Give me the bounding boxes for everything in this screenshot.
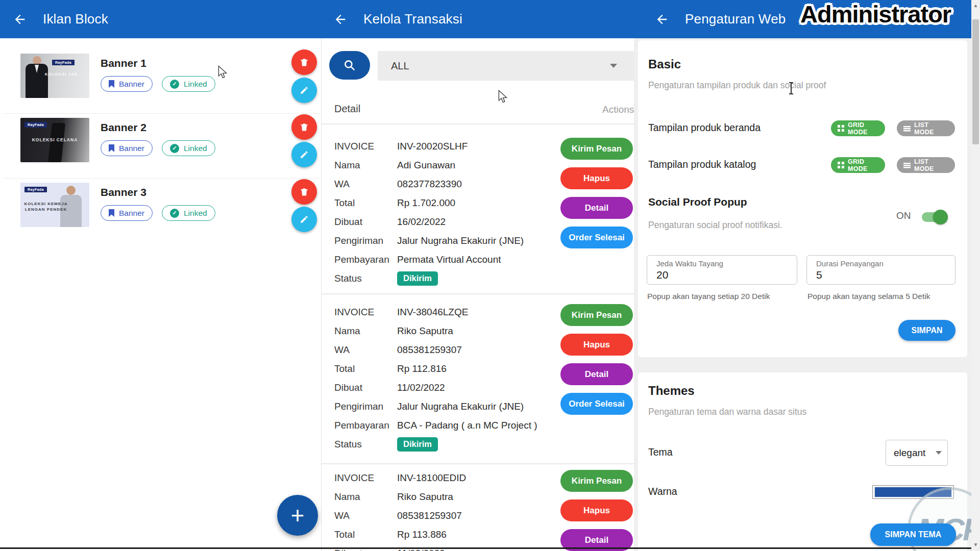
kirim-pesan-button[interactable]: Kirim Pesan (560, 470, 633, 492)
list-mode-button-katalog[interactable]: LIST MODE (897, 157, 955, 173)
toggle-knob (933, 210, 948, 224)
detail-column-header: Detail (334, 103, 360, 115)
transaction-detail-1: INVOICEINV-20020SLHF NamaAdi Gunawan WA0… (334, 137, 569, 288)
kirim-pesan-button[interactable]: Kirim Pesan (560, 138, 633, 160)
delete-banner-button[interactable] (291, 114, 317, 140)
tema-label: Tema (648, 446, 673, 458)
created-date: 11/02/2022 (397, 382, 445, 393)
chevron-down-icon (610, 64, 617, 68)
edit-banner-button[interactable] (291, 142, 317, 167)
linked-chip-label: Linked (184, 80, 207, 89)
list-mode-button-beranda[interactable]: LIST MODE (897, 120, 955, 136)
detail-button[interactable]: Detail (560, 363, 633, 385)
linked-chip: ✓ Linked (162, 140, 215, 156)
add-banner-fab[interactable]: + (277, 495, 318, 536)
order-selesai-button[interactable]: Order Selesai (560, 227, 633, 248)
jeda-waktu-help: Popup akan tayang setiap 20 Detik (647, 292, 770, 301)
grid-mode-button-beranda[interactable]: GRID MODE (831, 120, 885, 136)
scrollbar-thumb[interactable] (972, 19, 979, 144)
tampilan-beranda-label: Tampilan produk beranda (648, 122, 761, 134)
jeda-waktu-label: Jeda Waktu Tayang (656, 259, 723, 268)
banner-list-item: RayFada KOLEKSI KEMEJA LENGAN PENDEK Ban… (0, 183, 322, 244)
status-badge: Dikirim (397, 271, 438, 286)
scroll-up-arrow[interactable]: ▲ (971, 1, 980, 9)
simpan-tema-button[interactable]: SIMPAN TEMA (870, 523, 956, 546)
administrator-watermark: Administrator (800, 0, 951, 28)
table-divider (322, 123, 634, 124)
field-label: Total (334, 197, 397, 209)
field-label: Dibuat (334, 382, 397, 393)
themes-heading: Themes (648, 384, 695, 398)
field-label: Nama (334, 491, 397, 503)
banner-chip-label: Banner (119, 80, 144, 89)
pengaturan-web-title: Pengaturan Web (685, 11, 786, 27)
total-amount: Rp 1.702.000 (397, 197, 455, 209)
order-selesai-button[interactable]: Order Selesai (560, 393, 633, 415)
linked-chip-label: Linked (184, 144, 207, 153)
tampilan-katalog-label: Tampilan produk katalog (648, 159, 756, 170)
transaction-actions-3: Kirim Pesan Hapus Detail (560, 470, 633, 551)
durasi-input[interactable]: Durasi Penayangan 5 (806, 255, 955, 285)
status-badge: Dikirim (397, 437, 438, 452)
hapus-button[interactable]: Hapus (560, 334, 633, 356)
field-label: Nama (334, 325, 397, 337)
detail-button[interactable]: Detail (560, 197, 633, 219)
field-label: Pengiriman (334, 401, 397, 412)
social-proof-heading: Social Proof Popup (648, 196, 747, 208)
field-label: INVOICE (334, 141, 397, 152)
back-arrow-icon[interactable] (653, 11, 671, 28)
edit-banner-button[interactable] (291, 207, 317, 232)
pencil-icon (300, 86, 309, 95)
social-proof-toggle[interactable] (922, 212, 945, 222)
banner-type-chip: Banner (101, 140, 153, 156)
edit-banner-button[interactable] (291, 78, 317, 103)
hapus-button[interactable]: Hapus (560, 499, 633, 521)
banner-title: Banner 1 (101, 57, 146, 69)
row-divider (322, 463, 634, 464)
list-icon (903, 126, 911, 132)
transaction-detail-3: INVOICEINV-18100EDID NamaRiko Saputra WA… (334, 468, 569, 551)
banner-type-chip: Banner (101, 205, 153, 221)
banner-caption: KOLEKSI KEMEJA LENGAN PENDEK (22, 201, 69, 212)
tema-select[interactable]: elegant (886, 440, 948, 466)
transaction-filter-select[interactable]: ALL (378, 51, 634, 81)
kirim-pesan-button[interactable]: Kirim Pesan (560, 304, 633, 326)
brand-tag: RayFada (24, 122, 47, 128)
page-scrollbar[interactable]: ▲ ▼ (971, 0, 980, 551)
iklan-block-title: Iklan Block (43, 11, 108, 27)
delete-banner-button[interactable] (291, 49, 317, 75)
list-mode-label: LIST MODE (914, 158, 948, 172)
field-label: INVOICE (334, 307, 397, 318)
jeda-waktu-input[interactable]: Jeda Waktu Tayang 20 (647, 255, 797, 285)
banner-list-item: RayFada KOLEKSI JAS Banner 1 Banner ✓ Li… (0, 54, 322, 115)
trash-icon (299, 187, 309, 197)
check-circle-icon: ✓ (170, 209, 179, 218)
shipping-method: Jalur Nugraha Ekakurir (JNE) (397, 235, 524, 246)
durasi-label: Durasi Penayangan (816, 259, 884, 268)
row-divider (322, 293, 634, 294)
field-label: Status (334, 273, 397, 284)
banner-3-thumbnail: RayFada KOLEKSI KEMEJA LENGAN PENDEK (20, 183, 89, 227)
basic-settings-card: Basic Pengaturan tampilan produk dan soc… (638, 40, 967, 357)
search-button[interactable] (329, 51, 370, 80)
kelola-transaksi-panel: ALL Detail Actions INVOICEINV-20020SLHF … (322, 0, 634, 551)
grid-icon (838, 125, 844, 132)
hapus-button[interactable]: Hapus (560, 167, 633, 189)
social-proof-subtitle: Pengaturan social proof notifikasi. (648, 220, 782, 231)
simpan-button[interactable]: SIMPAN (898, 320, 955, 341)
banner-type-chip: Banner (101, 76, 153, 92)
grid-icon (838, 162, 844, 168)
scroll-down-arrow[interactable]: ▼ (971, 540, 980, 548)
field-label: WA (334, 510, 397, 521)
banner-list-item: RayFada KOLEKSI CELANA Banner 2 Banner ✓… (0, 118, 322, 179)
delete-banner-button[interactable] (291, 179, 317, 205)
back-arrow-icon[interactable] (332, 11, 349, 28)
field-label: Pembayaran (334, 254, 397, 265)
shipping-method: Jalur Nugraha Ekakurir (JNE) (397, 401, 524, 412)
banner-chip-label: Banner (119, 209, 144, 218)
transaction-detail-2: INVOICEINV-38046LZQE NamaRiko Saputra WA… (334, 303, 569, 454)
grid-mode-button-katalog[interactable]: GRID MODE (831, 157, 885, 173)
back-arrow-icon[interactable] (11, 11, 29, 28)
field-label: WA (334, 344, 397, 356)
list-divider (4, 178, 321, 179)
